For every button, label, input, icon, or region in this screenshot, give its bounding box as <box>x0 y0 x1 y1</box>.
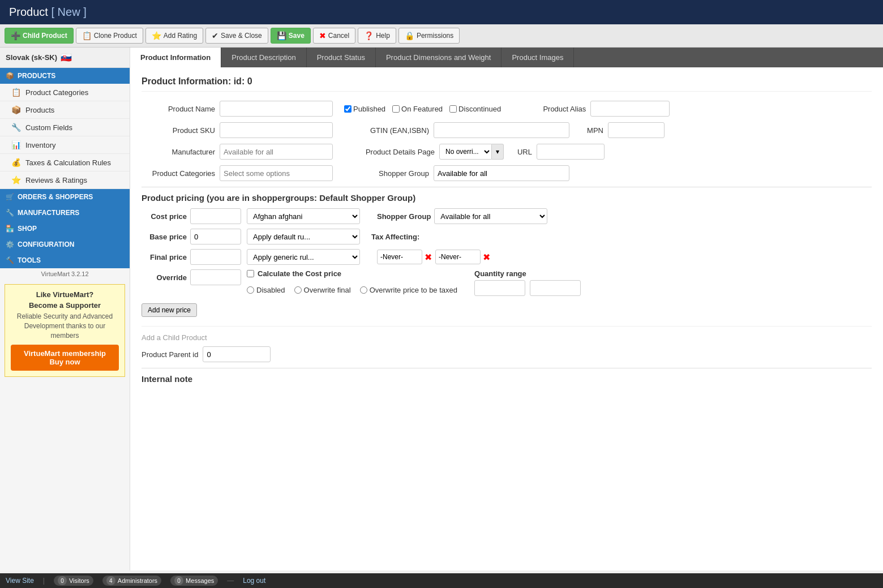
final-price-input[interactable] <box>190 249 241 265</box>
plus-icon: ➕ <box>11 31 20 40</box>
radio-overwrite-final-label[interactable]: Overwrite final <box>294 286 351 294</box>
star-icon: ⭐ <box>152 31 161 40</box>
promo-question: Like VirtueMart? <box>11 290 119 299</box>
gtin-input[interactable] <box>434 122 569 138</box>
help-button[interactable]: ❓ Help <box>358 28 396 44</box>
save-icon: 💾 <box>277 31 286 40</box>
permissions-button[interactable]: 🔒 Permissions <box>398 28 460 44</box>
on-featured-checkbox-label[interactable]: On Featured <box>392 105 443 113</box>
cost-price-label: Cost price <box>142 212 187 221</box>
radio-overwrite-price-label[interactable]: Overwrite price to be taxed <box>360 286 457 294</box>
sidebar-section-configuration[interactable]: ⚙️ CONFIGURATION <box>0 237 130 252</box>
product-sku-input[interactable] <box>220 122 333 138</box>
product-alias-label: Product Alias <box>512 105 586 113</box>
qty-input-from[interactable] <box>474 280 525 296</box>
never-input-2[interactable] <box>435 250 481 264</box>
currency-select[interactable]: Afghan afghani <box>247 208 360 224</box>
sidebar-section-orders[interactable]: 🛒 ORDERS & SHOPPERS <box>0 189 130 205</box>
content-area: Product Information Product Description … <box>130 48 883 570</box>
never-group-2: ✖ <box>435 250 490 264</box>
manufacturer-input[interactable] <box>220 144 333 160</box>
child-product-button[interactable]: ➕ Child Product <box>5 28 74 44</box>
add-new-price-button[interactable]: Add new price <box>142 303 197 317</box>
product-parent-row: Product Parent id <box>142 346 872 362</box>
radio-overwrite-final[interactable] <box>294 286 302 294</box>
main-layout: Slovak (sk-SK) 🇸🇰 📦 PRODUCTS 📋 Product C… <box>0 48 883 570</box>
sidebar-section-manufacturers[interactable]: 🔧 MANUFACTURERS <box>0 205 130 221</box>
override-input[interactable] <box>190 269 241 285</box>
tab-product-images[interactable]: Product Images <box>501 48 574 67</box>
cost-price-input[interactable] <box>190 208 241 224</box>
manufacturer-label: Manufacturer <box>142 148 215 156</box>
save-close-button[interactable]: ✔ Save & Close <box>205 28 268 44</box>
radio-overwrite-price[interactable] <box>360 286 367 294</box>
product-details-select[interactable]: No overri... <box>439 144 492 160</box>
product-name-row: Product Name <box>142 101 333 117</box>
url-input[interactable] <box>537 144 605 160</box>
sidebar-item-custom-fields[interactable]: 🔧 Custom Fields <box>0 119 130 136</box>
tab-product-information[interactable]: Product Information <box>130 48 221 67</box>
tab-product-description[interactable]: Product Description <box>221 48 306 67</box>
sidebar-item-product-categories[interactable]: 📋 Product Categories <box>0 84 130 101</box>
pricing-shopper-group-select[interactable]: Available for all <box>434 208 547 224</box>
apply-generic-select[interactable]: Apply generic rul... <box>247 249 360 265</box>
clone-product-button[interactable]: 📋 Clone Product <box>76 28 143 44</box>
quantity-range-label: Quantity range <box>474 269 581 278</box>
tools-icon: 🔨 <box>6 256 14 264</box>
manufacturer-row: Manufacturer <box>142 144 333 160</box>
configuration-icon: ⚙️ <box>6 241 14 248</box>
never-input-1[interactable] <box>377 250 422 264</box>
product-alias-row: Product Alias <box>512 101 670 117</box>
flag-icon: 🇸🇰 <box>61 52 72 63</box>
tab-product-dimensions[interactable]: Product Dimensions and Weight <box>376 48 501 67</box>
sidebar-item-reviews[interactable]: ⭐ Reviews & Ratings <box>0 171 130 189</box>
mpn-input[interactable] <box>608 122 665 138</box>
tab-product-status[interactable]: Product Status <box>307 48 376 67</box>
base-price-input[interactable] <box>190 229 241 244</box>
discontinued-checkbox-label[interactable]: Discontinued <box>449 105 501 113</box>
published-checkbox[interactable] <box>344 105 352 113</box>
sidebar-item-products[interactable]: 📦 Products <box>0 101 130 119</box>
taxes-icon: 💰 <box>11 158 21 167</box>
promo-button[interactable]: VirtueMart membershipBuy now <box>11 345 119 371</box>
radio-disabled-label[interactable]: Disabled <box>247 286 285 294</box>
calculate-cost-checkbox[interactable] <box>247 270 254 277</box>
gtin-row: GTIN (EAN,ISBN) <box>361 122 569 138</box>
sidebar-section-tools[interactable]: 🔨 TOOLS <box>0 252 130 268</box>
apply-default-select[interactable]: Apply default ru... <box>247 229 360 244</box>
toolbar: ➕ Child Product 📋 Clone Product ⭐ Add Ra… <box>0 24 883 48</box>
clear-never-1-button[interactable]: ✖ <box>425 252 432 263</box>
add-rating-button[interactable]: ⭐ Add Rating <box>145 28 203 44</box>
gtin-label: GTIN (EAN,ISBN) <box>361 126 429 135</box>
sidebar-item-taxes[interactable]: 💰 Taxes & Calculation Rules <box>0 154 130 171</box>
shopper-group-input[interactable] <box>434 165 569 181</box>
product-alias-input[interactable] <box>590 101 670 117</box>
product-parent-id-label: Product Parent id <box>142 350 198 359</box>
tax-affecting-label: Tax Affecting: <box>371 233 419 241</box>
discontinued-checkbox[interactable] <box>449 105 457 113</box>
checkboxes-row: Published On Featured Discontinued <box>344 105 501 113</box>
sidebar-section-shop[interactable]: 🏪 SHOP <box>0 221 130 237</box>
content-inner: Product Information: id: 0 Product Name … <box>130 67 883 396</box>
product-categories-input[interactable] <box>220 165 333 181</box>
save-button[interactable]: 💾 Save <box>271 28 311 44</box>
pricing-title: Product pricing (you are in shoppergroup… <box>142 187 872 208</box>
product-details-btn[interactable]: ▾ <box>492 144 504 160</box>
sidebar-item-inventory[interactable]: 📊 Inventory <box>0 136 130 154</box>
radio-disabled[interactable] <box>247 286 254 294</box>
on-featured-checkbox[interactable] <box>392 105 400 113</box>
products-icon: 📦 <box>11 105 21 114</box>
tab-bar: Product Information Product Description … <box>130 48 883 67</box>
product-name-input[interactable] <box>220 101 333 117</box>
sidebar-section-products[interactable]: 📦 PRODUCTS <box>0 68 130 84</box>
product-parent-id-input[interactable] <box>203 346 271 362</box>
override-label: Override <box>142 273 187 282</box>
published-checkbox-label[interactable]: Published <box>344 105 385 113</box>
section-title: Product Information: id: 0 <box>142 76 872 92</box>
products-section-icon: 📦 <box>6 72 14 80</box>
qty-input-to[interactable] <box>530 280 581 296</box>
clear-never-2-button[interactable]: ✖ <box>483 252 490 263</box>
categories-icon: 📋 <box>11 88 21 97</box>
cancel-button[interactable]: ✖ Cancel <box>313 28 355 44</box>
header-title: Product <box>9 6 48 18</box>
